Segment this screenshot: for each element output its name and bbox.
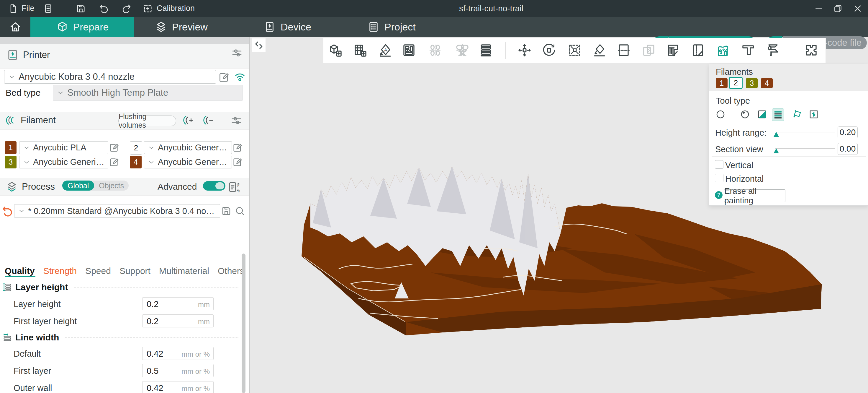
printer-preset-select[interactable]: Anycubic Kobra 3 0.4 nozzle [4, 70, 216, 84]
text-tool-icon[interactable] [739, 41, 757, 59]
paint-filament-1-chip[interactable]: 1 [716, 78, 727, 88]
add-object-icon[interactable] [326, 41, 344, 59]
printer-settings-icon[interactable] [231, 47, 243, 59]
add-filament-icon[interactable] [181, 114, 193, 126]
paint-filament-2-chip-selected[interactable]: 2 [729, 77, 743, 89]
edit-filament-3-icon[interactable] [108, 157, 119, 167]
filament-2-chip[interactable]: 2 [130, 141, 142, 155]
erase-all-painting-button[interactable]: Erase all painting [724, 189, 785, 202]
height-range-value-input[interactable]: 0.20 [838, 127, 858, 138]
save-preset-icon[interactable] [221, 205, 232, 217]
support-painting-icon[interactable] [664, 41, 682, 59]
compare-presets-icon[interactable]: AB [228, 180, 241, 194]
height-range-slider-thumb[interactable] [774, 132, 779, 137]
split-to-objects-icon[interactable] [426, 41, 444, 59]
edit-filament-2-icon[interactable] [232, 142, 243, 153]
filament-4-select[interactable]: Anycubic Generic P... [144, 156, 232, 168]
minimize-button[interactable] [810, 2, 827, 15]
filament-1-select[interactable]: Anycubic PLA [19, 141, 108, 154]
tab-quality[interactable]: Quality [5, 266, 35, 276]
calibration-menu[interactable]: Calibration [143, 0, 195, 17]
paint-filament-4-chip[interactable]: 4 [761, 78, 773, 88]
section-view-slider[interactable] [775, 148, 835, 149]
tab-support[interactable]: Support [120, 266, 151, 276]
cut-icon[interactable] [615, 41, 633, 59]
outer-wall-line-width-input[interactable]: 0.42 mm or % [142, 381, 214, 393]
arrange-icon[interactable] [400, 41, 418, 59]
edit-printer-icon[interactable] [218, 71, 229, 83]
height-range-slider[interactable] [775, 132, 835, 132]
tab-device[interactable]: Device [264, 17, 311, 37]
edit-filament-4-icon[interactable] [232, 157, 243, 167]
rotate-icon[interactable] [540, 41, 558, 59]
flushing-volumes-button[interactable]: Flushing volumes [118, 115, 176, 126]
auto-orient-icon[interactable]: A [376, 41, 395, 59]
file-menu[interactable]: File [8, 0, 34, 17]
filament-3-select[interactable]: Anycubic Generic P... [19, 156, 108, 168]
scope-global-button[interactable]: Global [62, 180, 94, 191]
height-range-tool-icon-selected[interactable] [772, 108, 784, 121]
restore-button[interactable] [829, 2, 846, 15]
section-view-value-input[interactable]: 0.00 [838, 143, 858, 155]
sphere-brush-tool-icon[interactable] [739, 108, 751, 120]
anycubic-slicer-window: File Calibration sf-trail-cut-no-trail [0, 0, 868, 393]
edit-filament-1-icon[interactable] [108, 142, 119, 153]
first-layer-line-width-input[interactable]: 0.5 mm or % [142, 364, 214, 377]
variable-layer-height-icon[interactable] [477, 41, 495, 59]
close-button[interactable] [849, 2, 866, 15]
triangle-fill-tool-icon[interactable] [756, 108, 768, 120]
assembly-view-icon[interactable] [802, 41, 820, 59]
reset-preset-icon[interactable] [1, 205, 13, 218]
tab-strength[interactable]: Strength [43, 266, 77, 276]
first-layer-height-input[interactable]: 0.2 mm [142, 314, 214, 328]
sidebar-scrollbar[interactable] [242, 254, 245, 393]
smart-fill-tool-icon[interactable] [808, 108, 819, 120]
filament-3-chip[interactable]: 3 [5, 156, 17, 168]
redo-icon [121, 3, 132, 14]
bucket-fill-tool-icon[interactable] [791, 108, 803, 120]
color-painting-icon[interactable] [714, 41, 732, 59]
tab-speed[interactable]: Speed [85, 266, 111, 276]
scale-icon[interactable] [566, 41, 584, 59]
move-icon[interactable] [516, 41, 534, 59]
vertical-checkbox[interactable] [715, 160, 723, 169]
wifi-connect-icon[interactable] [234, 71, 246, 83]
tab-preview-label: Preview [172, 21, 208, 33]
paint-filament-3-chip[interactable]: 3 [746, 78, 758, 88]
undo-button[interactable] [98, 0, 110, 17]
scope-objects-button[interactable]: Objects [94, 181, 129, 190]
advanced-toggle[interactable] [203, 181, 225, 191]
tab-others[interactable]: Others [218, 266, 244, 276]
section-view-slider-thumb[interactable] [774, 148, 779, 153]
circle-brush-tool-icon[interactable] [715, 108, 726, 120]
lay-on-face-icon[interactable] [590, 41, 609, 59]
horizontal-checkbox[interactable] [715, 174, 723, 182]
bed-type-select[interactable]: Smooth High Temp Plate [53, 85, 243, 101]
save-button[interactable] [75, 0, 86, 17]
filament-1-chip[interactable]: 1 [5, 141, 17, 154]
redo-button[interactable] [121, 0, 132, 17]
default-line-width-input[interactable]: 0.42 mm or % [142, 347, 214, 360]
tab-preview[interactable]: Preview [155, 17, 208, 37]
process-preset-select[interactable]: * 0.20mm Standard @Anycubic Kobra 3 0.4 … [14, 204, 220, 218]
split-to-parts-icon[interactable] [453, 41, 471, 59]
document-menu-button[interactable] [43, 0, 53, 17]
search-preset-icon[interactable] [234, 205, 245, 217]
help-icon[interactable]: ? [715, 191, 722, 199]
add-plate-icon[interactable] [351, 41, 369, 59]
advanced-label: Advanced [158, 182, 197, 192]
filament-section-title: Filament [21, 115, 56, 125]
mesh-boolean-icon[interactable] [640, 41, 658, 59]
collapse-sidebar-button[interactable] [252, 38, 266, 52]
tab-multimaterial[interactable]: Multimaterial [159, 266, 209, 276]
layer-height-input[interactable]: 0.2 mm [142, 297, 214, 310]
filament-4-chip[interactable]: 4 [130, 156, 142, 168]
measure-icon[interactable] [763, 41, 781, 59]
seam-painting-icon[interactable] [689, 41, 707, 59]
tab-prepare[interactable]: Prepare [30, 17, 134, 37]
filament-2-select[interactable]: Anycubic Generic P... [144, 141, 232, 154]
filament-settings-icon[interactable] [230, 114, 243, 127]
remove-filament-icon[interactable] [202, 114, 213, 126]
home-button[interactable] [0, 17, 30, 37]
tab-project[interactable]: Project [367, 17, 416, 37]
